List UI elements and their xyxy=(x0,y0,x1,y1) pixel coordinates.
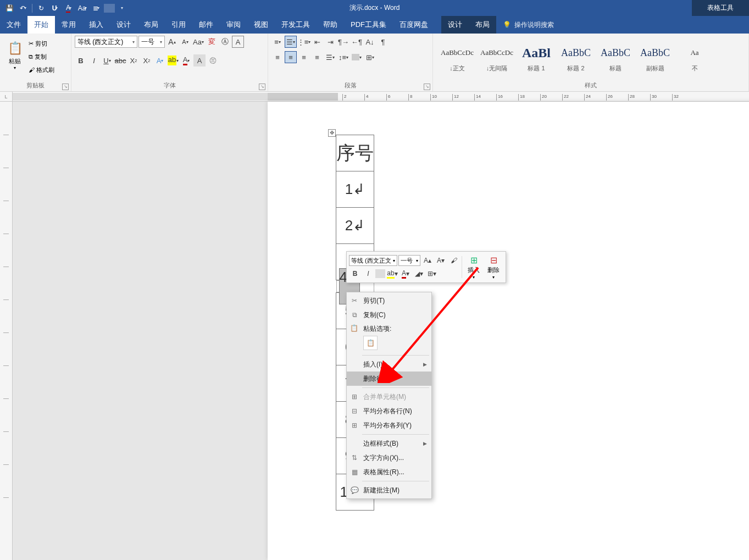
mini-shrink-icon[interactable]: A▾ xyxy=(435,254,447,267)
mini-italic-icon[interactable]: I xyxy=(362,268,374,280)
show-marks-icon[interactable]: ¶ xyxy=(377,36,389,48)
font-launcher-icon[interactable]: ↘ xyxy=(259,84,265,90)
ctx-text-direction[interactable]: ⇅文字方向(X)... xyxy=(347,451,431,465)
copy-button[interactable]: ⧉复制 xyxy=(29,51,54,62)
paste-button[interactable]: 📋 粘贴 ▾ xyxy=(3,36,26,74)
distribute-icon[interactable]: ☰▾ xyxy=(324,51,336,63)
tab-references[interactable]: 引用 xyxy=(165,16,192,34)
bullets-icon[interactable]: ≡▾ xyxy=(271,36,284,48)
undo-icon[interactable]: ↶▾ xyxy=(17,2,29,14)
mini-format-painter-icon[interactable]: 🖌 xyxy=(448,254,460,267)
clipboard-launcher-icon[interactable]: ↘ xyxy=(62,84,69,90)
style-tile[interactable]: AaBbC标题 xyxy=(596,40,635,75)
tab-table-layout[interactable]: 布局 xyxy=(469,16,496,34)
table-cell[interactable]: 2↲ xyxy=(336,208,374,244)
rtl-icon[interactable]: ←¶ xyxy=(351,36,363,48)
bold-icon[interactable]: B xyxy=(75,54,87,66)
align-center-icon[interactable]: ≡ xyxy=(285,51,297,63)
table-header-cell[interactable]: 序号 xyxy=(336,135,374,171)
tab-help[interactable]: 帮助 xyxy=(317,16,344,34)
align-left-icon[interactable]: ≡ xyxy=(271,51,284,63)
page[interactable]: ✥ 序号 1↲ 2↲ 4↲ 5↲ 6↲ 7↲ 8↲ 9↲ 10→ xyxy=(268,102,749,560)
numbering-icon[interactable]: ☰▾ xyxy=(285,36,297,48)
tab-design[interactable]: 设计 xyxy=(110,16,137,34)
font-family-select[interactable]: 等线 (西文正文)▾ xyxy=(75,36,137,48)
mini-fill-icon[interactable]: ◢▾ xyxy=(413,268,425,280)
list-icon[interactable]: ≣▾ xyxy=(90,2,102,14)
char-border-icon[interactable]: A xyxy=(232,36,244,48)
save-icon[interactable]: 💾 xyxy=(3,2,15,14)
ctx-table-properties[interactable]: ▦表格属性(R)... xyxy=(347,465,431,479)
table-cell[interactable]: 1↲ xyxy=(336,171,374,208)
font-size-select[interactable]: 一号▾ xyxy=(138,36,165,48)
indent-right-icon[interactable]: ⇥ xyxy=(324,36,336,48)
tab-file[interactable]: 文件 xyxy=(0,16,27,34)
mini-shade-icon[interactable] xyxy=(375,269,385,278)
tab-review[interactable]: 审阅 xyxy=(220,16,247,34)
qat-more-icon[interactable]: ▾ xyxy=(116,2,129,14)
change-case-icon[interactable]: Aa▾ xyxy=(192,36,204,48)
grow-font-icon[interactable]: A▴ xyxy=(166,36,178,48)
mini-insert-button[interactable]: ⊞ 插入▾ xyxy=(464,255,484,280)
line-spacing-icon[interactable]: ↕≡▾ xyxy=(337,51,349,63)
tab-home[interactable]: 开始 xyxy=(27,16,55,34)
justify-icon[interactable]: ≡ xyxy=(311,51,323,63)
enclosed-char-icon[interactable]: ㊂ xyxy=(207,54,219,66)
tab-insert[interactable]: 插入 xyxy=(82,16,110,34)
tab-pdf[interactable]: PDF工具集 xyxy=(344,16,393,34)
ctx-distribute-rows[interactable]: ⊟平均分布各行(N) xyxy=(347,404,431,418)
ctx-cut[interactable]: ✂剪切(T) xyxy=(347,293,431,308)
ctx-merge-cells[interactable]: ⊞合并单元格(M) xyxy=(347,390,431,404)
tab-table-design[interactable]: 设计 xyxy=(441,16,469,34)
ctx-new-comment[interactable]: 💬新建批注(M) xyxy=(347,483,431,497)
style-tile[interactable]: AaBl标题 1 xyxy=(517,40,556,75)
font-color-icon[interactable]: A▾ xyxy=(63,2,75,14)
mini-grow-icon[interactable]: A▴ xyxy=(421,254,434,267)
clear-format-icon[interactable]: Ⓐ xyxy=(219,36,231,48)
ctx-delete-row[interactable]: 删除行(D) xyxy=(347,372,431,386)
tab-mail[interactable]: 邮件 xyxy=(192,16,220,34)
shrink-font-icon[interactable]: A▾ xyxy=(179,36,191,48)
ruler-horizontal[interactable]: 2468101214161820222426283032 xyxy=(13,92,749,102)
paragraph-launcher-icon[interactable]: ↘ xyxy=(424,84,430,90)
mini-border-icon[interactable]: ⊞▾ xyxy=(426,268,438,280)
sort-icon[interactable]: A↓ xyxy=(364,36,376,48)
superscript-icon[interactable]: X2 xyxy=(141,54,153,66)
mini-size-select[interactable]: 一号▾ xyxy=(398,255,420,266)
shade-icon[interactable] xyxy=(104,4,115,13)
mini-highlight-icon[interactable]: ab▾ xyxy=(386,268,398,280)
borders-icon[interactable]: ⊞▾ xyxy=(364,51,376,63)
style-tile[interactable]: AaBbCcDc↓无间隔 xyxy=(477,40,517,75)
ctx-insert[interactable]: 插入(I)▶ xyxy=(347,357,431,372)
italic-icon[interactable]: I xyxy=(88,54,100,66)
ctx-copy[interactable]: ⧉复制(C) xyxy=(347,308,431,322)
phonetic-icon[interactable]: 変 xyxy=(206,36,218,48)
char-shade-icon[interactable]: A xyxy=(193,54,206,66)
font-color-btn-icon[interactable]: A▾ xyxy=(180,54,192,66)
strike-icon[interactable]: abc xyxy=(114,54,126,66)
style-tile[interactable]: AaBbC副标题 xyxy=(635,40,675,75)
case-icon[interactable]: Aa▾ xyxy=(76,2,88,14)
redo-icon[interactable]: ↻ xyxy=(35,2,47,14)
table-move-handle-icon[interactable]: ✥ xyxy=(328,129,336,137)
tab-developer[interactable]: 开发工具 xyxy=(275,16,317,34)
ltr-icon[interactable]: ¶→ xyxy=(337,36,349,48)
mini-font-color-icon[interactable]: A▾ xyxy=(400,268,412,280)
subscript-icon[interactable]: X2 xyxy=(127,54,140,66)
tab-baidu[interactable]: 百度网盘 xyxy=(393,16,435,34)
tab-view[interactable]: 视图 xyxy=(247,16,275,34)
ctx-distribute-cols[interactable]: ⊞平均分布各列(Y) xyxy=(347,418,431,433)
ruler-vertical[interactable] xyxy=(0,102,13,560)
underline-btn-icon[interactable]: U▾ xyxy=(101,54,113,66)
cut-button[interactable]: ✂剪切 xyxy=(29,38,54,49)
align-right-icon[interactable]: ≡ xyxy=(298,51,310,63)
highlight-icon[interactable]: ab▾ xyxy=(167,54,179,66)
tell-me-search[interactable]: 💡 操作说明搜索 xyxy=(496,16,561,34)
ctx-border-style[interactable]: 边框样式(B)▶ xyxy=(347,436,431,451)
underline-icon[interactable]: U▾ xyxy=(49,2,61,14)
tab-layout[interactable]: 布局 xyxy=(137,16,165,34)
paste-option-keep-source[interactable]: 📋 xyxy=(363,336,378,350)
style-tile[interactable]: AaBbCcDc↓正文 xyxy=(437,40,477,75)
tab-common[interactable]: 常用 xyxy=(55,16,82,34)
text-effects-icon[interactable]: A▾ xyxy=(154,54,166,66)
